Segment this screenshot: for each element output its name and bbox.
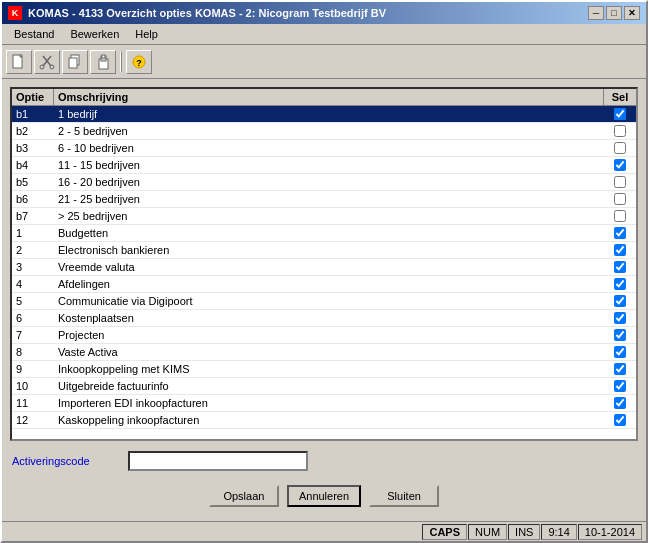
close-button[interactable]: ✕ (624, 6, 640, 20)
cell-omschrijving: Electronisch bankieren (54, 243, 604, 257)
main-window: K KOMAS - 4133 Overzicht opties KOMAS - … (0, 0, 648, 543)
table-row[interactable]: 4Afdelingen (12, 276, 636, 293)
cell-sel (604, 379, 636, 393)
cell-omschrijving: Communicatie via Digipoort (54, 294, 604, 308)
cell-optie: 10 (12, 379, 54, 393)
cell-sel (604, 175, 636, 189)
cell-optie: 8 (12, 345, 54, 359)
table-row[interactable]: 11Importeren EDI inkoopfacturen (12, 395, 636, 412)
table-row[interactable]: 10Uitgebreide factuurinfo (12, 378, 636, 395)
date-display: 10-1-2014 (578, 524, 642, 540)
sel-checkbox[interactable] (614, 193, 626, 205)
table-row[interactable]: b621 - 25 bedrijven (12, 191, 636, 208)
sel-checkbox[interactable] (614, 210, 626, 222)
cell-sel (604, 124, 636, 138)
cell-optie: 4 (12, 277, 54, 291)
cell-optie: 7 (12, 328, 54, 342)
sel-checkbox[interactable] (614, 227, 626, 239)
cell-sel (604, 362, 636, 376)
cell-omschrijving: Uitgebreide factuurinfo (54, 379, 604, 393)
table-row[interactable]: 6Kostenplaatsen (12, 310, 636, 327)
sel-checkbox[interactable] (614, 414, 626, 426)
sel-checkbox[interactable] (614, 295, 626, 307)
menu-bewerken[interactable]: Bewerken (62, 26, 127, 42)
sluiten-button[interactable]: Sluiten (369, 485, 439, 507)
table-row[interactable]: 9Inkoopkoppeling met KIMS (12, 361, 636, 378)
table-row[interactable]: b36 - 10 bedrijven (12, 140, 636, 157)
sel-checkbox[interactable] (614, 278, 626, 290)
help-button[interactable]: ? (126, 50, 152, 74)
cell-omschrijving: Budgetten (54, 226, 604, 240)
table-row[interactable]: 7Projecten (12, 327, 636, 344)
activerings-input[interactable] (128, 451, 308, 471)
sel-checkbox[interactable] (614, 261, 626, 273)
cell-sel (604, 294, 636, 308)
sel-checkbox[interactable] (614, 397, 626, 409)
cell-optie: 9 (12, 362, 54, 376)
cell-omschrijving: 21 - 25 bedrijven (54, 192, 604, 206)
num-indicator: NUM (468, 524, 507, 540)
app-icon: K (8, 6, 22, 20)
new-button[interactable] (6, 50, 32, 74)
cell-sel (604, 158, 636, 172)
sel-checkbox[interactable] (614, 108, 626, 120)
toolbar: ? (2, 45, 646, 79)
svg-rect-10 (69, 58, 77, 68)
toolbar-separator (120, 52, 122, 72)
sel-checkbox[interactable] (614, 244, 626, 256)
menu-bar: Bestand Bewerken Help (2, 24, 646, 45)
sel-checkbox[interactable] (614, 346, 626, 358)
cell-omschrijving: Kostenplaatsen (54, 311, 604, 325)
svg-rect-13 (102, 55, 105, 58)
cut-button[interactable] (34, 50, 60, 74)
annuleren-button[interactable]: Annuleren (287, 485, 361, 507)
copy-button[interactable] (62, 50, 88, 74)
table-row[interactable]: 1Budgetten (12, 225, 636, 242)
sel-checkbox[interactable] (614, 329, 626, 341)
sel-checkbox[interactable] (614, 363, 626, 375)
sel-checkbox[interactable] (614, 142, 626, 154)
table-row[interactable]: 3Vreemde valuta (12, 259, 636, 276)
table-row[interactable]: 2Electronisch bankieren (12, 242, 636, 259)
cell-optie: 2 (12, 243, 54, 257)
table-row[interactable]: b22 - 5 bedrijven (12, 123, 636, 140)
menu-bestand[interactable]: Bestand (6, 26, 62, 42)
table-row[interactable]: 12Kaskoppeling inkoopfacturen (12, 412, 636, 429)
title-bar-text: K KOMAS - 4133 Overzicht opties KOMAS - … (8, 6, 386, 20)
paste-button[interactable] (90, 50, 116, 74)
table-row[interactable]: b7> 25 bedrijven (12, 208, 636, 225)
cell-omschrijving: Kaskoppeling inkoopfacturen (54, 413, 604, 427)
ins-indicator: INS (508, 524, 540, 540)
sel-checkbox[interactable] (614, 312, 626, 324)
table-row[interactable]: b516 - 20 bedrijven (12, 174, 636, 191)
minimize-button[interactable]: ─ (588, 6, 604, 20)
sel-checkbox[interactable] (614, 380, 626, 392)
cell-optie: b7 (12, 209, 54, 223)
cell-omschrijving: > 25 bedrijven (54, 209, 604, 223)
table-container: Optie Omschrijving Sel b11 bedrijfb22 - … (10, 87, 638, 441)
table-row[interactable]: 5Communicatie via Digipoort (12, 293, 636, 310)
maximize-button[interactable]: □ (606, 6, 622, 20)
cell-optie: b5 (12, 175, 54, 189)
sel-checkbox[interactable] (614, 159, 626, 171)
cell-optie: 5 (12, 294, 54, 308)
col-omschrijving: Omschrijving (54, 89, 604, 105)
sel-checkbox[interactable] (614, 176, 626, 188)
cell-sel (604, 311, 636, 325)
menu-help[interactable]: Help (127, 26, 166, 42)
cell-sel (604, 277, 636, 291)
table-row[interactable]: b11 bedrijf (12, 106, 636, 123)
content-area: Optie Omschrijving Sel b11 bedrijfb22 - … (2, 79, 646, 521)
opslaan-button[interactable]: Opslaan (209, 485, 279, 507)
window-title: KOMAS - 4133 Overzicht opties KOMAS - 2:… (28, 7, 386, 19)
cell-optie: b6 (12, 192, 54, 206)
cell-sel (604, 226, 636, 240)
status-bar: CAPS NUM INS 9:14 10-1-2014 (2, 521, 646, 541)
new-icon (11, 54, 27, 70)
table-row[interactable]: 8Vaste Activa (12, 344, 636, 361)
sel-checkbox[interactable] (614, 125, 626, 137)
cell-omschrijving: Vreemde valuta (54, 260, 604, 274)
table-row[interactable]: b411 - 15 bedrijven (12, 157, 636, 174)
col-sel: Sel (604, 89, 636, 105)
table-body[interactable]: b11 bedrijfb22 - 5 bedrijvenb36 - 10 bed… (12, 106, 636, 439)
